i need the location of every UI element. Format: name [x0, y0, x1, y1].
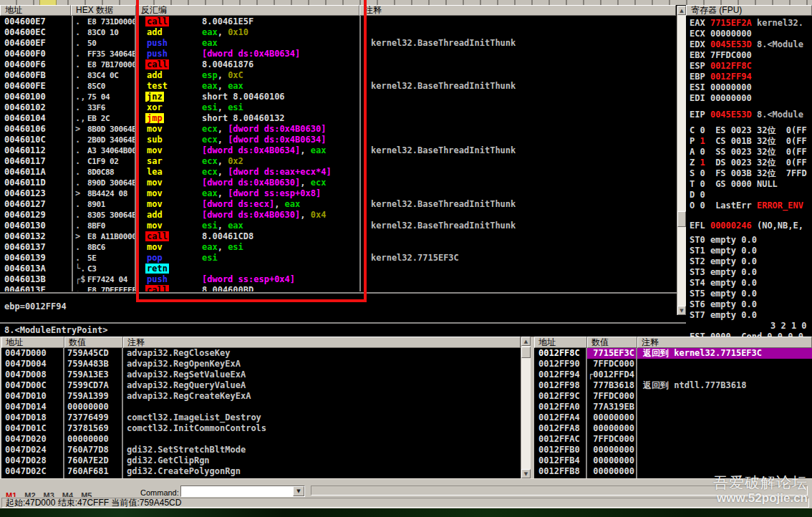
register-ecx[interactable]: ECX 00000000	[690, 29, 752, 39]
disasm-row[interactable]: 0046013A└.C3retn	[0, 264, 677, 274]
disasm-scrollbar[interactable]: ▲ ▼	[677, 6, 686, 315]
dropdown-arrow-icon[interactable]: ▼	[293, 486, 304, 496]
stack-row[interactable]: 0012FFA077A319EB	[534, 402, 812, 412]
disasm-row[interactable]: 00460123>8B4424 08moveax, [dword ss:esp+…	[0, 188, 677, 199]
dump-row[interactable]: 0047D010759A1399advapi32.RegCreateKeyExA	[1, 391, 521, 402]
instruction-address: 004600EF	[0, 38, 72, 49]
column-divider[interactable]	[586, 348, 587, 478]
stack-row[interactable]: 0012FFA800000000	[534, 423, 812, 434]
flag-line-p[interactable]: P 1 CS 001B 32位 0(FF	[690, 136, 807, 147]
register-eax[interactable]: EAX 7715EF2A kernel32.	[690, 18, 803, 29]
stack-row[interactable]: 0012FFB000000000	[534, 445, 812, 455]
dump-row[interactable]: 0047D02000000000	[1, 434, 521, 445]
column-divider[interactable]	[63, 348, 64, 478]
registers-pane[interactable]: EAX 7715EF2A kernel32.ECX 00000000EDX 00…	[687, 16, 812, 342]
disasm-row[interactable]: 004600EF.50pusheaxkernel32.BaseThreadIni…	[0, 38, 677, 49]
flag-line-z[interactable]: Z 1 DS 0023 32位 0(FF	[690, 158, 807, 168]
disassembly-pane[interactable]: 004600E7.E8 731D0000call8.00461E5F004600…	[0, 16, 677, 291]
disasm-row[interactable]: 00460127.8901mov[dword ds:ecx], eaxkerne…	[0, 199, 677, 210]
dump-row[interactable]: 0047D028760A7E2Dgdi32.GetClipRgn	[1, 455, 521, 466]
fpu-register-st7[interactable]: ST7 empty 0.0	[690, 310, 757, 321]
dump-row[interactable]: 0047D004759A483Badvapi32.RegOpenKeyExA	[1, 359, 521, 369]
disasm-row[interactable]: 00460102.33F6xoresi, esi	[0, 102, 677, 113]
disasm-row[interactable]: 00460112.A3 34064B00mov[dword ds:0x4B063…	[0, 145, 677, 156]
fpu-register-st5[interactable]: ST5 empty 0.0	[690, 289, 757, 299]
flag-line-a[interactable]: A 0 SS 0023 32位 0(FF	[690, 147, 807, 158]
stack-row[interactable]: 0012FF98777B3618返回到 ntdll.777B3618	[534, 380, 812, 391]
disasm-scrollbar-thumb[interactable]	[677, 211, 686, 227]
dump-row[interactable]: 0047D01C73781569comctl32.InitCommonContr…	[1, 423, 521, 434]
flag-line-o[interactable]: O 0 LastErr ERROR_ENV	[690, 200, 803, 211]
dump-row[interactable]: 0047D01400000000	[1, 402, 521, 412]
toolbar-highlighted-button[interactable]	[39, 0, 57, 5]
disasm-row[interactable]: 0046013F.E8 7DFFFFFFcall8.004600BD	[0, 285, 677, 291]
register-esi[interactable]: ESI 00000000	[690, 82, 752, 93]
fpu-register-st0[interactable]: ST0 empty 0.0	[690, 235, 757, 246]
flag-line-c[interactable]: C 0 ES 0023 32位 0(FF	[690, 125, 807, 136]
dump-pane[interactable]: 地址 数值 注释 0047D000759A45CDadvapi32.RegClo…	[0, 337, 521, 478]
disasm-row[interactable]: 00460130.8BF0movesi, eaxkernel32.BaseThr…	[0, 221, 677, 231]
disasm-row[interactable]: 0046011D.890D 30064B00mov[dword ds:0x4B0…	[0, 178, 677, 188]
disasm-row[interactable]: 00460132>E8 A11B0000call8.00461CD8	[0, 231, 677, 242]
register-esp[interactable]: ESP 0012FF8C	[690, 61, 752, 72]
scroll-down-icon[interactable]: ▼	[521, 469, 531, 478]
fpu-condition-bits-header[interactable]: 3 2 1 0	[770, 321, 807, 332]
stack-row[interactable]: 0012FF8C7715EF3C返回到 kernel32.7715EF3C	[534, 348, 812, 359]
stack-row[interactable]: 0012FFA400000000	[534, 412, 812, 423]
register-ebp[interactable]: EBP 0012FF94	[690, 72, 752, 82]
column-divider[interactable]	[122, 348, 123, 478]
fpu-register-st4[interactable]: ST4 empty 0.0	[690, 278, 757, 289]
dump-row[interactable]: 0047D000759A45CDadvapi32.RegCloseKey	[1, 348, 521, 359]
disasm-row[interactable]: 0046010C.2B0D 34064B00subecx, [dword ds:…	[0, 135, 677, 145]
command-combobox[interactable]: ▼	[180, 485, 305, 497]
register-eip[interactable]: EIP 0045E53D 8.<Module	[690, 110, 803, 120]
stack-pane[interactable]: 地址 数值 注释 0012FF8C7715EF3C返回到 kernel32.77…	[534, 337, 812, 478]
register-ebx[interactable]: EBX 7FFDC000	[690, 50, 752, 61]
dump-row[interactable]: 0047D01873776499comctl32.ImageList_Destr…	[1, 412, 521, 423]
disasm-row[interactable]: 00460139.5Epopesikernel32.7715EF3C	[0, 253, 677, 264]
column-divider[interactable]	[359, 16, 361, 291]
flag-line-t[interactable]: T 0 GS 0000 NULL	[690, 179, 778, 190]
disasm-row[interactable]: 004600F0.FF35 34064B00push[dword ds:0x4B…	[0, 49, 677, 59]
disasm-row[interactable]: 00460106>8B0D 30064B00movecx, [dword ds:…	[0, 124, 677, 135]
register-edx[interactable]: EDX 0045E53D 8.<Module	[690, 39, 803, 50]
dump-row[interactable]: 0047D02C760AF681gdi32.CreatePolygonRgn	[1, 466, 521, 477]
disasm-row[interactable]: 0046013B┌$FF7424 04push[dword ss:esp+0x4…	[0, 274, 677, 285]
dump-row[interactable]: 0047D00C7599CD7Aadvapi32.RegQueryValueA	[1, 380, 521, 391]
fpu-register-st6[interactable]: ST6 empty 0.0	[690, 299, 757, 310]
disasm-row[interactable]: 00460129.8305 30064B00add[dword ds:0x4B0…	[0, 210, 677, 221]
stack-row[interactable]: 0012FF907FFDC000	[534, 359, 812, 369]
column-divider[interactable]	[72, 16, 73, 291]
register-edi[interactable]: EDI 00000000	[690, 93, 752, 104]
dump-scrollbar[interactable]: ▲ ▼	[521, 337, 531, 478]
stack-row[interactable]: 0012FF94┌0012FFD4	[534, 369, 812, 380]
stack-row[interactable]: 0012FFAC7FFDC000	[534, 434, 812, 445]
disasm-row[interactable]: 0046011A.8D0C88leaecx, [dword ds:eax+ecx…	[0, 167, 677, 178]
stack-row[interactable]: 0012FFB400000000	[534, 455, 812, 466]
fpu-register-st2[interactable]: ST2 empty 0.0	[690, 256, 757, 267]
dump-row[interactable]: 0047D024760A77D8gdi32.SetStretchBltMode	[1, 445, 521, 455]
scroll-up-icon[interactable]: ▲	[521, 337, 531, 346]
dump-scrollbar-thumb[interactable]	[521, 347, 531, 358]
flag-line-s[interactable]: S 0 FS 003B 32位 7FFD	[690, 168, 807, 179]
disasm-row[interactable]: 004600E7.E8 731D0000call8.00461E5F	[0, 16, 677, 27]
instruction-bytes: 83C4 0C	[87, 70, 135, 81]
stack-row[interactable]: 0012FF9C7FFDC000	[534, 391, 812, 402]
fpu-register-st3[interactable]: ST3 empty 0.0	[690, 267, 757, 278]
disasm-row[interactable]: 004600EC.83C0 10addeax, 0x10	[0, 27, 677, 38]
command-input[interactable]	[182, 487, 295, 496]
disasm-row[interactable]: 00460117.C1F9 02sarecx, 0x2	[0, 156, 677, 167]
scroll-down-icon[interactable]: ▼	[677, 306, 686, 315]
disasm-row[interactable]: 00460104.,EB 2Cjmpshort 8.00460132	[0, 113, 677, 124]
disasm-row[interactable]: 00460100.,75 04jnzshort 8.00460106	[0, 92, 677, 102]
column-divider[interactable]	[636, 348, 637, 478]
scroll-up-icon[interactable]: ▲	[677, 6, 686, 15]
disasm-row[interactable]: 00460137.8BC6moveax, esi	[0, 242, 677, 253]
flag-line-d[interactable]: D 0	[690, 190, 705, 200]
dump-row[interactable]: 0047D008759A13E3advapi32.RegSetValueExA	[1, 369, 521, 380]
disasm-row[interactable]: 004600F6.E8 7B170000call8.00461876	[0, 59, 677, 70]
disasm-row[interactable]: 004600FB.83C4 0Caddesp, 0xC	[0, 70, 677, 81]
fpu-register-st1[interactable]: ST1 empty 0.0	[690, 246, 757, 256]
disasm-row[interactable]: 004600FE.85C0testeax, eaxkernel32.BaseTh…	[0, 81, 677, 92]
register-efl[interactable]: EFL 00000246 (NO,NB,E,	[690, 221, 803, 231]
